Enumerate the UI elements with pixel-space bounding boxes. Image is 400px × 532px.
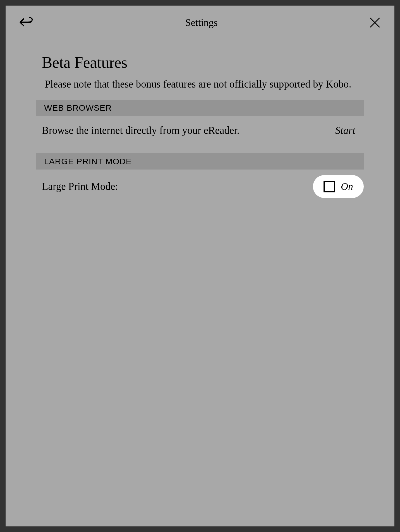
web-browser-description: Browse the internet directly from your e… (42, 124, 239, 136)
large-print-section-header: LARGE PRINT MODE (36, 153, 364, 170)
checkbox-icon (324, 181, 335, 192)
toggle-on-label: On (341, 181, 353, 192)
page-description: Please note that these bonus features ar… (6, 77, 394, 100)
large-print-toggle[interactable]: On (313, 175, 364, 198)
web-browser-section-header: WEB BROWSER (36, 100, 364, 116)
large-print-row: Large Print Mode: On (36, 170, 364, 206)
content: Beta Features Please note that these bon… (6, 37, 394, 206)
large-print-label: Large Print Mode: (42, 180, 118, 192)
header: Settings (6, 6, 394, 37)
back-button[interactable] (20, 17, 33, 28)
settings-screen: Settings Beta Features Please note that … (6, 6, 394, 526)
web-browser-row: Browse the internet directly from your e… (36, 116, 364, 145)
header-title: Settings (33, 17, 369, 28)
page-title: Beta Features (6, 54, 394, 77)
close-icon (369, 17, 380, 28)
close-button[interactable] (369, 17, 380, 28)
web-browser-start-button[interactable]: Start (335, 124, 364, 136)
back-arrow-icon (20, 17, 33, 28)
